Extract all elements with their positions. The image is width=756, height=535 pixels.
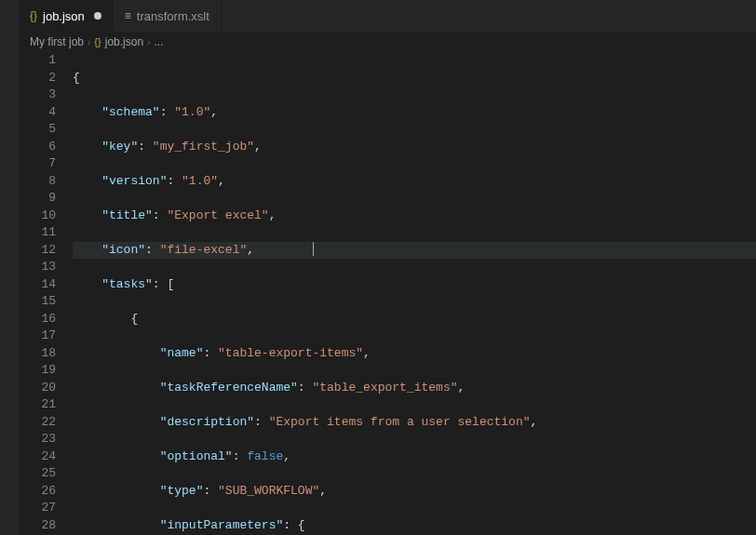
- breadcrumb[interactable]: My first job › {} job.json › ...: [19, 32, 756, 52]
- code-line: {: [73, 70, 756, 87]
- breadcrumb-item[interactable]: ...: [154, 35, 163, 48]
- activity-bar: [0, 0, 19, 535]
- code-line: "optional": false,: [73, 448, 756, 466]
- tabs-bar: {} job.json ≡ transform.xslt: [19, 0, 756, 32]
- code-line: "inputParameters": {: [73, 517, 756, 535]
- code-line: "version": "1.0",: [73, 173, 756, 191]
- line-number-gutter: 1 2 3 4 5 6 7 8 9 10 11 12 13 14 15 16 1…: [19, 52, 73, 535]
- xslt-file-icon: ≡: [125, 9, 131, 22]
- tab-job-json[interactable]: {} job.json: [19, 0, 114, 32]
- code-line: "icon": "file-excel",: [73, 242, 756, 260]
- code-content[interactable]: { "schema": "1.0", "key": "my_first_job"…: [73, 52, 756, 535]
- code-line: "taskReferenceName": "table_export_items…: [73, 380, 756, 397]
- tab-label: job.json: [43, 9, 85, 23]
- code-line: "name": "table-export-items",: [73, 345, 756, 363]
- chevron-right-icon: ›: [147, 37, 150, 47]
- code-line: "description": "Export items from a user…: [73, 414, 756, 432]
- code-line: "tasks": [: [73, 276, 756, 294]
- code-line: "schema": "1.0",: [73, 104, 756, 122]
- json-file-icon: {}: [94, 36, 101, 47]
- code-line: "title": "Export excel",: [73, 207, 756, 225]
- text-editor[interactable]: 1 2 3 4 5 6 7 8 9 10 11 12 13 14 15 16 1…: [19, 52, 756, 535]
- breadcrumb-item[interactable]: My first job: [30, 35, 84, 48]
- dirty-indicator-icon: [94, 12, 101, 20]
- code-line: "key": "my_first_job",: [73, 139, 756, 156]
- text-cursor: [313, 242, 314, 256]
- breadcrumb-item[interactable]: job.json: [105, 35, 143, 48]
- tab-transform-xslt[interactable]: ≡ transform.xslt: [114, 0, 222, 32]
- tab-label: transform.xslt: [137, 9, 209, 23]
- editor-group: {} job.json ≡ transform.xslt My first jo…: [19, 0, 756, 535]
- chevron-right-icon: ›: [88, 37, 90, 47]
- code-line: "type": "SUB_WORKFLOW",: [73, 483, 756, 501]
- code-line: {: [73, 311, 756, 328]
- json-file-icon: {}: [30, 9, 37, 22]
